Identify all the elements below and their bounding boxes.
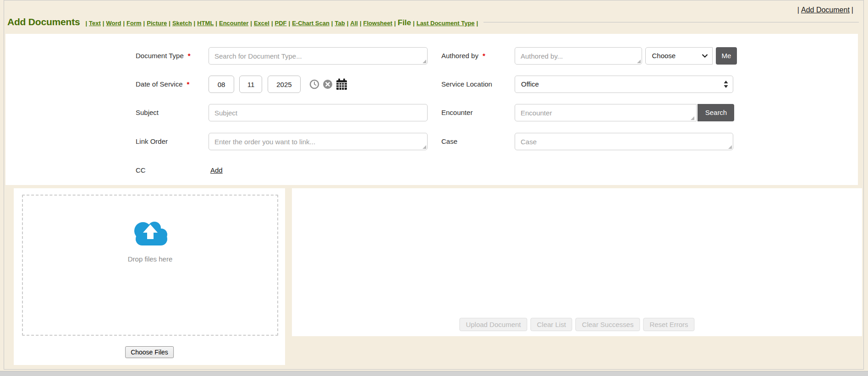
authored-by-choose-select[interactable]: Choose (645, 47, 713, 65)
top-right-bar: |Add Document| (796, 6, 855, 14)
upload-document-button[interactable]: Upload Document (459, 318, 527, 331)
encounter-input[interactable] (515, 104, 697, 121)
nav-link-tab[interactable]: Tab (335, 20, 345, 27)
nav-link-pdf[interactable]: PDF (275, 20, 287, 27)
date-month-input[interactable] (209, 76, 234, 93)
nav-link-excel[interactable]: Excel (254, 20, 269, 27)
link-order-input[interactable] (209, 133, 428, 150)
form-row: Date of Service* (5, 76, 858, 93)
calendar-icon[interactable] (336, 78, 347, 90)
nav-separator: | (413, 20, 415, 27)
separator: | (797, 6, 799, 14)
upload-actions: Upload Document Clear List Clear Success… (459, 318, 694, 331)
form-panel: Document Type* Authored by* Choose Me Da… (5, 34, 858, 185)
service-location-select[interactable]: Office (515, 76, 733, 93)
chevron-down-icon (702, 54, 708, 58)
nav-separator: | (250, 20, 252, 27)
dropzone[interactable]: Drop files here (22, 195, 278, 336)
nav-link-last-document-type[interactable]: Last Document Type (417, 20, 475, 27)
nav-separator: | (169, 20, 170, 27)
nav-separator: | (85, 20, 87, 27)
case-input[interactable] (515, 133, 733, 150)
doc-type-nav: |Text|Word|Form|Picture|Sketch|HTML|Enco… (83, 18, 480, 27)
me-button[interactable]: Me (716, 47, 737, 65)
authored-by-input[interactable] (515, 47, 642, 65)
nav-separator: | (347, 20, 349, 27)
choose-files-button[interactable]: Choose Files (125, 346, 174, 358)
required-asterisk: * (483, 52, 485, 60)
search-button[interactable]: Search (698, 104, 734, 121)
nav-separator: | (194, 20, 196, 27)
date-year-input[interactable] (268, 76, 301, 93)
up-down-arrows-icon (723, 80, 729, 88)
separator: | (852, 6, 853, 14)
nav-separator: | (271, 20, 273, 27)
authored-by-label: Authored by* (441, 47, 485, 65)
form-row: Subject Encounter Search (5, 104, 858, 121)
case-label: Case (441, 133, 457, 150)
required-asterisk: * (188, 52, 191, 60)
link-order-label: Link Order (136, 133, 168, 150)
nav-separator: | (103, 20, 104, 27)
nav-separator: | (360, 20, 362, 27)
nav-separator: | (394, 20, 396, 27)
nav-link-text[interactable]: Text (89, 20, 101, 27)
nav-link-html[interactable]: HTML (197, 20, 214, 27)
nav-separator: | (215, 20, 217, 27)
cc-add-link[interactable]: Add (210, 166, 223, 174)
file-list-panel: Upload Document Clear List Clear Success… (292, 188, 862, 336)
clock-icon[interactable] (309, 79, 319, 89)
add-document-link[interactable]: Add Document (801, 6, 850, 14)
nav-separator: | (477, 20, 478, 27)
clear-list-button[interactable]: Clear List (530, 318, 572, 331)
nav-link-all[interactable]: All (350, 20, 358, 27)
document-type-input[interactable] (209, 47, 428, 65)
reset-errors-button[interactable]: Reset Errors (643, 318, 694, 331)
dropzone-text: Drop files here (128, 255, 173, 263)
nav-separator: | (289, 20, 291, 27)
nav-link-flowsheet[interactable]: Flowsheet (363, 20, 393, 27)
header: Add Documents |Text|Word|Form|Picture|Sk… (7, 16, 859, 27)
service-location-value: Office (521, 80, 539, 88)
nav-link-word[interactable]: Word (106, 20, 121, 27)
nav-link-encounter[interactable]: Encounter (219, 20, 248, 27)
clear-date-icon[interactable] (323, 79, 333, 89)
nav-separator: | (123, 20, 125, 27)
nav-separator: | (331, 20, 333, 27)
form-row: CC Add (5, 166, 858, 175)
header-divider (483, 22, 859, 22)
date-day-input[interactable] (239, 76, 262, 93)
subject-input[interactable] (209, 104, 428, 121)
nav-separator: | (143, 20, 145, 27)
encounter-label: Encounter (441, 104, 472, 121)
page-title: Add Documents (7, 16, 80, 27)
nav-link-form[interactable]: Form (126, 20, 142, 27)
nav-link-e-chart-scan[interactable]: E-Chart Scan (292, 20, 330, 27)
clear-successes-button[interactable]: Clear Successes (576, 318, 640, 331)
nav-link-sketch[interactable]: Sketch (172, 20, 192, 27)
document-type-label: Document Type* (136, 47, 191, 65)
service-location-label: Service Location (441, 76, 492, 93)
nav-link-picture[interactable]: Picture (147, 20, 167, 27)
upload-panel: Drop files here Choose Files (14, 188, 285, 365)
date-of-service-label: Date of Service* (136, 76, 189, 93)
subject-label: Subject (136, 104, 159, 121)
required-asterisk: * (187, 80, 190, 88)
cloud-upload-icon (129, 219, 171, 250)
form-row: Document Type* Authored by* Choose Me (5, 47, 858, 65)
choose-select-value: Choose (652, 52, 676, 60)
nav-link-file[interactable]: File (398, 18, 411, 27)
form-row: Link Order Case (5, 133, 858, 150)
horizontal-scrollbar[interactable] (0, 371, 868, 376)
cc-label: CC (136, 166, 146, 175)
